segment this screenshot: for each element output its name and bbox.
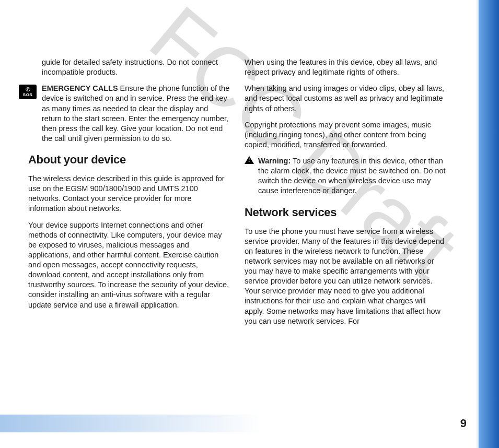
emergency-calls-text: EMERGENCY CALLS Ensure the phone functio… xyxy=(42,84,230,144)
heading-about-your-device: About your device xyxy=(28,153,230,167)
emergency-calls-body: Ensure the phone function of the device … xyxy=(42,84,229,143)
laws-paragraph-2: When taking and using images or video cl… xyxy=(245,84,446,113)
column-right: When using the features in this device, … xyxy=(245,57,446,333)
sos-icon: ✆ SOS xyxy=(19,85,37,99)
warning-icon xyxy=(245,156,254,164)
about-paragraph-1: The wireless device described in this gu… xyxy=(28,174,230,214)
copyright-paragraph: Copyright protections may prevent some i… xyxy=(245,120,446,150)
heading-network-services: Network services xyxy=(245,206,446,219)
warning-block: Warning: To use any features in this dev… xyxy=(258,156,446,196)
content-columns: guide for detailed safety instructions. … xyxy=(28,57,446,333)
intro-continuation: guide for detailed safety instructions. … xyxy=(42,57,230,77)
side-band xyxy=(479,0,499,448)
document-page: FCC Draft guide for detailed safety inst… xyxy=(0,0,499,448)
emergency-calls-label: EMERGENCY CALLS xyxy=(42,84,118,92)
emergency-calls-block: ✆ SOS EMERGENCY CALLS Ensure the phone f… xyxy=(42,84,230,144)
laws-paragraph-1: When using the features in this device, … xyxy=(245,57,446,77)
about-paragraph-2: Your device supports Internet connection… xyxy=(28,220,230,310)
page-number: 9 xyxy=(460,417,467,430)
page-number-band xyxy=(0,415,475,432)
warning-text: Warning: To use any features in this dev… xyxy=(258,156,446,196)
column-left: guide for detailed safety instructions. … xyxy=(28,57,230,333)
warning-label: Warning: xyxy=(258,157,291,165)
network-paragraph-1: To use the phone you must have service f… xyxy=(245,227,446,326)
